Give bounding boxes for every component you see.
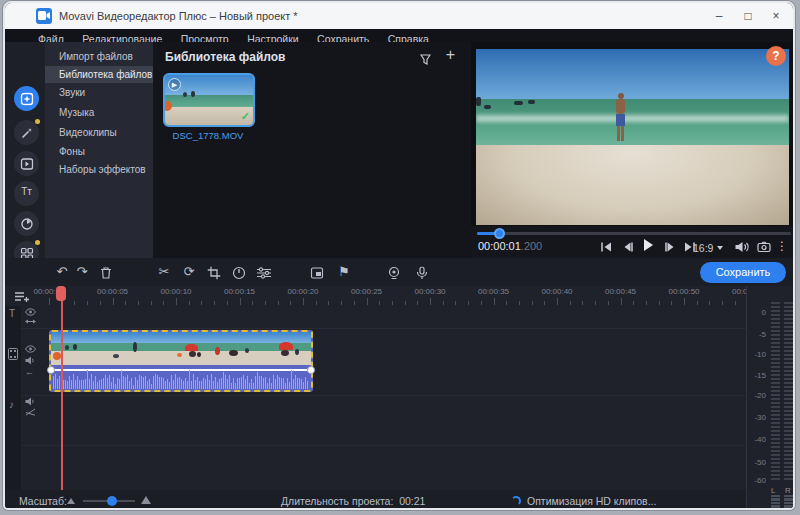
waveform-bar <box>251 379 252 389</box>
meter-segment <box>784 410 793 412</box>
prev-frame-button[interactable] <box>619 239 637 255</box>
undo-button[interactable]: ↶ <box>53 264 71 281</box>
maximize-button[interactable]: □ <box>734 3 762 29</box>
add-files-icon[interactable]: + <box>446 46 455 64</box>
timeline-area[interactable]: T ♪ ← <box>5 306 746 490</box>
overlay-button[interactable] <box>308 264 326 281</box>
video-track-mute-icon[interactable] <box>25 356 36 366</box>
sidebar-item-titles[interactable]: Тт <box>14 181 39 206</box>
seek-bar[interactable] <box>477 232 791 235</box>
meter-segment <box>784 438 793 440</box>
minimize-button[interactable]: – <box>705 3 733 29</box>
waveform-bar <box>95 376 96 389</box>
audio-track-sync-icon[interactable] <box>25 408 36 418</box>
audio-track-row[interactable] <box>5 395 746 446</box>
zoom-slider-handle[interactable] <box>107 496 117 506</box>
media-thumbnail[interactable]: ▶ ✓ <box>163 73 255 127</box>
sidebar-item-transitions[interactable] <box>14 151 39 176</box>
meter-segment <box>771 478 780 480</box>
panel-item-music[interactable]: Музыка <box>45 104 153 121</box>
meter-segment <box>771 358 780 360</box>
panel-item-backgrounds[interactable]: Фоны <box>45 143 153 160</box>
more-options-button[interactable]: ⋮ <box>776 239 788 253</box>
zoom-out-icon[interactable] <box>67 498 75 504</box>
title-track-eye-icon[interactable] <box>25 308 36 318</box>
sidebar-item-scale[interactable] <box>14 211 39 236</box>
panel-item-videoclips[interactable]: Видеоклипы <box>45 124 153 141</box>
cut-button[interactable]: ✂ <box>155 264 173 281</box>
close-button[interactable]: × <box>762 3 790 29</box>
ruler-tick <box>151 301 152 305</box>
waveform-bar <box>85 379 86 389</box>
waveform-bar <box>229 375 230 389</box>
title-track-link-icon[interactable] <box>25 318 36 328</box>
timeline-ruler[interactable]: 00:00:0000:00:0500:00:1000:00:1500:00:20… <box>5 286 746 306</box>
meter-segment <box>784 374 793 376</box>
man-on-beach <box>614 93 628 141</box>
redo-button[interactable]: ↷ <box>73 264 91 281</box>
waveform-bar <box>259 376 260 389</box>
zoom-in-icon[interactable] <box>141 496 151 504</box>
sidebar-item-filters[interactable] <box>14 120 39 145</box>
volume-button[interactable] <box>733 239 751 255</box>
volume-handle-right[interactable] <box>307 366 315 374</box>
save-button[interactable]: Сохранить <box>700 262 786 283</box>
playhead-handle[interactable] <box>56 286 66 301</box>
waveform-bar <box>151 384 152 389</box>
clip-thumb-frame <box>51 332 103 365</box>
marker-flag-button[interactable]: ⚑ <box>335 264 353 281</box>
meter-segment-dim <box>771 495 780 497</box>
crop-button[interactable] <box>205 264 223 281</box>
rotate-button[interactable]: ⟳ <box>180 264 198 281</box>
waveform-bar <box>167 379 168 389</box>
video-track-arrow-icon[interactable]: ← <box>25 367 36 377</box>
zoom-label: Масштаб: <box>19 495 67 507</box>
video-track-eye-icon[interactable] <box>25 345 36 355</box>
skip-start-button[interactable] <box>597 239 615 255</box>
video-clip[interactable] <box>49 330 313 392</box>
meter-segment <box>784 322 793 324</box>
waveform-bar <box>207 375 208 389</box>
volume-handle-left[interactable] <box>47 366 55 374</box>
next-frame-button[interactable] <box>661 239 679 255</box>
panel-item-effect-sets[interactable]: Наборы эффектов <box>45 161 153 178</box>
waveform-bar <box>307 381 308 389</box>
panel-item-sounds[interactable]: Звуки <box>45 84 153 101</box>
panel-item-file-library[interactable]: Библиотека файлов <box>45 66 153 83</box>
aspect-ratio-dropdown[interactable]: 16:9 <box>693 242 723 254</box>
play-button[interactable] <box>639 237 657 253</box>
timeline-zoom-slider[interactable] <box>83 500 135 502</box>
waveform-bar <box>197 377 198 389</box>
ruler-tick <box>519 301 520 305</box>
clip-properties-button[interactable] <box>255 264 273 281</box>
ruler-tick <box>163 301 164 305</box>
waveform-bar <box>223 372 224 389</box>
seek-handle[interactable] <box>494 228 505 239</box>
delete-button[interactable] <box>97 264 115 281</box>
ruler-tick <box>659 301 660 305</box>
panel-item-import-files[interactable]: Импорт файлов <box>45 48 153 65</box>
record-audio-button[interactable] <box>413 264 431 281</box>
ruler-tick <box>316 301 317 305</box>
title-track-row[interactable] <box>5 306 746 329</box>
file-name[interactable]: DSC_1778.MOV <box>153 130 263 141</box>
audio-track-mute-icon[interactable] <box>25 397 36 407</box>
clip-speed-button[interactable] <box>230 264 248 281</box>
help-button[interactable]: ? <box>766 46 786 66</box>
meter-scale-label: -50 <box>754 458 766 467</box>
swimmer <box>514 101 523 105</box>
timecode: 00:00:01.200 <box>478 240 542 252</box>
ruler-tick <box>138 301 139 305</box>
webcam-capture-button[interactable] <box>385 264 403 281</box>
filter-icon[interactable] <box>420 51 431 69</box>
meter-segment-dim <box>784 502 793 504</box>
waveform-bar <box>295 375 296 389</box>
add-track-button[interactable] <box>15 289 30 307</box>
waveform-bar <box>301 379 302 389</box>
snapshot-button[interactable] <box>755 239 773 255</box>
volume-line[interactable] <box>51 369 311 371</box>
sidebar-item-import[interactable] <box>14 86 39 111</box>
meter-segment <box>784 366 793 368</box>
clip-waveform <box>51 365 311 390</box>
ruler-tick <box>100 301 101 305</box>
